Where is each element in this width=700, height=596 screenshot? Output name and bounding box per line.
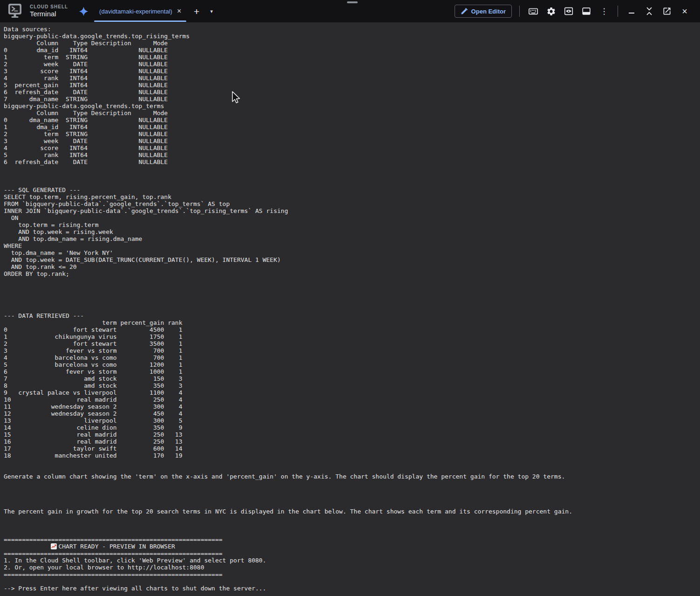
terminal-line	[4, 501, 696, 508]
terminal-line	[4, 578, 696, 585]
terminal-line	[4, 179, 696, 186]
terminal-line: 7 amd stock 150 3	[4, 375, 696, 382]
terminal-line: ON	[4, 214, 696, 221]
brand-area: CLOUD SHELL Terminal	[7, 2, 68, 20]
terminal-line	[4, 515, 696, 522]
pencil-icon	[461, 8, 468, 15]
toolbar-divider	[519, 6, 520, 17]
terminal-line: 2 week DATE NULLABLE	[4, 61, 696, 68]
terminal-line	[4, 305, 696, 312]
terminal-line: SELECT top.term, rising.percent_gain, to…	[4, 193, 696, 200]
minimize-icon	[629, 13, 634, 14]
terminal-line: 0 dma_name STRING NULLABLE	[4, 116, 696, 123]
terminal-line: 5 barcelona vs como 1200 1	[4, 361, 696, 368]
open-editor-label: Open Editor	[471, 8, 506, 15]
terminal-line	[4, 494, 696, 501]
terminal-line: 1 chikungunya virus 1750 1	[4, 333, 696, 340]
terminal-line: 14 celine dion 350 9	[4, 424, 696, 431]
terminal-line: 0 dma_id INT64 NULLABLE	[4, 47, 696, 54]
terminal-line: AND top.week = DATE_SUB(DATE_TRUNC(CURRE…	[4, 256, 696, 263]
terminal-line: --- DATA RETRIEVED ---	[4, 312, 696, 319]
open-editor-button[interactable]: Open Editor	[455, 5, 512, 18]
terminal-line: AND top.week = rising.week	[4, 228, 696, 235]
terminal-line: 6 refresh_date DATE NULLABLE	[4, 158, 696, 165]
terminal-line: bigquery-public-data.google_trends.top_r…	[4, 33, 696, 40]
terminal-line: 3 fever vs storm 700 1	[4, 347, 696, 354]
chart-increasing-icon	[51, 543, 57, 549]
terminal-line: ORDER BY top.rank;	[4, 270, 696, 277]
more-vert-icon: ⋮	[600, 7, 608, 15]
terminal-line: 17 taylor swift 600 14	[4, 445, 696, 452]
terminal-line: Column Type Description Mode	[4, 40, 696, 47]
terminal-line: 13 liverpool 300 5	[4, 417, 696, 424]
title-block: CLOUD SHELL Terminal	[30, 4, 68, 18]
terminal-line: 4 barcelona vs como 700 1	[4, 354, 696, 361]
terminal-line: 6 fever vs storm 1000 1	[4, 368, 696, 375]
window-title: Terminal	[30, 10, 68, 18]
tab-list-dropdown-button[interactable]: ▾	[205, 2, 217, 21]
terminal-line: AND top.rank <= 20	[4, 263, 696, 270]
panel-layout-button[interactable]	[578, 2, 595, 21]
terminal-line: --> Press Enter here after viewing all c…	[4, 585, 696, 592]
cloud-shell-logo	[7, 2, 23, 20]
collapse-button[interactable]	[640, 2, 658, 21]
terminal-line: INNER JOIN `bigquery-public-data`.`googl…	[4, 207, 696, 214]
terminal-line: 5 percent_gain INT64 NULLABLE	[4, 82, 696, 89]
close-button[interactable]: ×	[676, 2, 693, 21]
terminal-line: 15 real madrid 250 13	[4, 431, 696, 438]
tab-davidtamaki-experimental[interactable]: (davidtamaki-experimental) ×	[93, 0, 188, 22]
terminal-line: 8 amd stock 350 3	[4, 382, 696, 389]
window-drag-handle[interactable]	[347, 1, 358, 3]
tab-close-icon[interactable]: ×	[177, 7, 181, 15]
terminal-line	[4, 298, 696, 305]
plus-icon: +	[194, 7, 199, 16]
terminal-line: ========================================…	[4, 536, 696, 543]
terminal-line: 7 dma_name STRING NULLABLE	[4, 96, 696, 103]
terminal-line: 2. Or, open your local browser to http:/…	[4, 564, 696, 571]
cloud-shell-window: CLOUD SHELL Terminal (davidtamaki-experi…	[0, 0, 700, 596]
terminal-line: 1 dma_id INT64 NULLABLE	[4, 123, 696, 130]
close-icon: ×	[682, 7, 687, 16]
toolbar: CLOUD SHELL Terminal (davidtamaki-experi…	[0, 0, 700, 22]
terminal-line	[4, 284, 696, 291]
gear-icon	[546, 7, 556, 16]
terminal-line: ========================================…	[4, 571, 696, 578]
minimize-button[interactable]	[623, 2, 640, 21]
terminal-line: The percent gain in growth for the top 2…	[4, 508, 696, 515]
terminal-line: 12 wednesday season 2 450 4	[4, 410, 696, 417]
terminal-line	[4, 480, 696, 487]
more-options-button[interactable]: ⋮	[595, 2, 613, 21]
terminal-lines: Data sources:bigquery-public-data.google…	[4, 26, 696, 592]
terminal-line: top.term = rising.term	[4, 221, 696, 228]
terminal-line	[4, 291, 696, 298]
active-tab-indicator	[94, 21, 186, 22]
terminal-line: 5 rank INT64 NULLABLE	[4, 151, 696, 158]
terminal-line: 6 refresh_date DATE NULLABLE	[4, 89, 696, 96]
dock-panel-icon	[581, 6, 591, 16]
terminal-line: 10 real madrid 250 4	[4, 396, 696, 403]
terminal-line: Column Type Description Mode	[4, 110, 696, 116]
terminal-line	[4, 277, 696, 284]
collapse-icon	[645, 7, 654, 16]
web-preview-icon	[564, 6, 574, 16]
terminal-line: 4 rank INT64 NULLABLE	[4, 75, 696, 82]
gemini-sparkle-icon	[78, 6, 89, 17]
terminal-line: AND top.dma_name = rising.dma_name	[4, 235, 696, 242]
settings-button[interactable]	[542, 2, 560, 21]
terminal-line: 4 score INT64 NULLABLE	[4, 144, 696, 151]
terminal-output[interactable]: Data sources:bigquery-public-data.google…	[0, 22, 700, 596]
mouse-cursor	[231, 91, 241, 105]
terminal-line: 9 crystal palace vs liverpool 1100 4	[4, 389, 696, 396]
keyboard-icon	[528, 6, 538, 16]
terminal-line: top.dma_name = 'New York NY'	[4, 249, 696, 256]
terminal-line: 11 wednesday season 2 300 4	[4, 403, 696, 410]
web-preview-button[interactable]	[560, 2, 578, 21]
new-tab-button[interactable]: +	[188, 2, 205, 21]
terminal-line: bigquery-public-data.google_trends.top_t…	[4, 103, 696, 110]
terminal-line: 18 manchester united 170 19	[4, 452, 696, 459]
keyboard-shortcuts-button[interactable]	[524, 2, 542, 21]
terminal-line: ========================================…	[4, 550, 696, 557]
terminal-line	[4, 172, 696, 179]
open-in-new-window-button[interactable]	[658, 2, 676, 21]
terminal-line: 1 term STRING NULLABLE	[4, 54, 696, 61]
